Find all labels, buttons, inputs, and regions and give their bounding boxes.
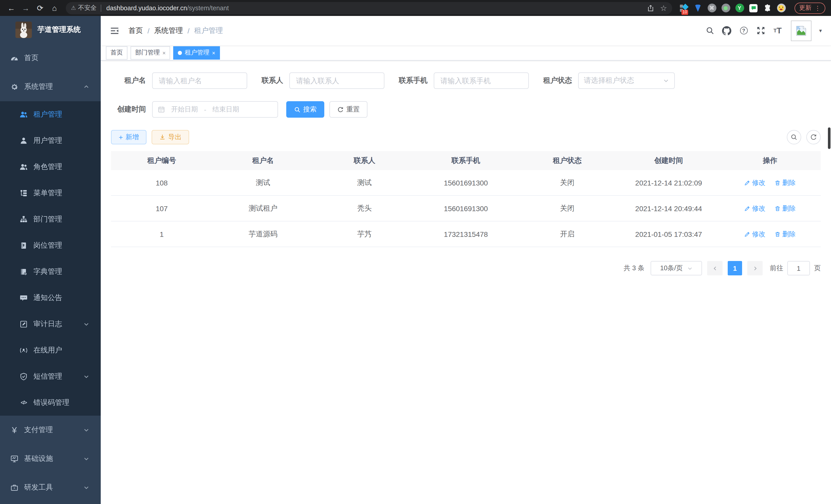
browser-reload-button[interactable]: ⟳ (34, 2, 46, 14)
address-bar[interactable]: ⚠ 不安全 dashboard.yudao.iocoder.cn /system… (66, 2, 672, 14)
edit-link[interactable]: 修改 (744, 229, 766, 239)
app-logo-row[interactable]: 芋道管理系统 (0, 16, 101, 44)
gear-icon (10, 83, 19, 91)
add-button[interactable]: + 新增 (111, 130, 146, 144)
delete-link[interactable]: 删除 (775, 229, 796, 239)
tenant-name-input[interactable] (152, 72, 247, 89)
cell-created: 2021-12-14 21:02:09 (618, 179, 719, 187)
sidebar-item-system[interactable]: 系统管理 (0, 72, 101, 101)
more-vertical-icon[interactable]: ⋮ (814, 4, 821, 11)
sidebar-item-menu[interactable]: 菜单管理 (0, 180, 101, 206)
record-icon[interactable] (721, 3, 730, 12)
sidebar-item-role[interactable]: 角色管理 (0, 154, 101, 180)
url-path: /system/tenant (187, 4, 229, 11)
mobile-input[interactable] (434, 72, 529, 89)
sidebar-item-label: 短信管理 (33, 372, 62, 381)
next-page-button[interactable] (747, 261, 763, 275)
font-size-icon[interactable]: TT (771, 24, 784, 37)
refresh-button[interactable] (806, 130, 821, 144)
status-select[interactable]: 请选择租户状态 (578, 72, 675, 89)
start-date-placeholder: 开始日期 (171, 105, 198, 114)
chevron-up-icon (83, 84, 89, 90)
online-user-icon (20, 346, 28, 354)
sidebar-item-label: 通知公告 (33, 293, 62, 302)
browser-back-button[interactable]: ← (5, 2, 18, 14)
puzzle-icon[interactable] (763, 3, 772, 12)
page-size-select[interactable]: 10条/页 (651, 261, 702, 275)
emoji-icon[interactable] (776, 3, 786, 12)
letter-y-icon[interactable]: Y (735, 3, 744, 12)
not-secure-label: 不安全 (78, 4, 96, 12)
sidebar-item-payment[interactable]: ¥ 支付管理 (0, 416, 101, 444)
delete-link[interactable]: 删除 (775, 204, 796, 213)
tab-home[interactable]: 首页 (106, 46, 127, 59)
breadcrumb-home[interactable]: 首页 (128, 26, 143, 35)
command-icon[interactable]: ⌘ (707, 3, 716, 12)
bookmark-star-icon[interactable]: ☆ (660, 3, 667, 12)
browser-forward-button[interactable]: → (20, 2, 32, 14)
plus-icon: + (119, 133, 123, 141)
rabbit-logo (16, 22, 32, 38)
help-icon[interactable]: ? (737, 24, 750, 37)
share-icon[interactable] (647, 4, 654, 11)
page-number-1[interactable]: 1 (728, 261, 742, 275)
reset-button[interactable]: 重置 (329, 101, 368, 118)
avatar[interactable] (791, 20, 811, 41)
edit-link[interactable]: 修改 (744, 178, 766, 187)
balloon-icon[interactable] (693, 3, 703, 12)
goto-label: 前往 (770, 264, 783, 273)
sidebar-item-label: 审计日志 (33, 319, 62, 329)
chevron-down-icon (83, 373, 89, 379)
sidebar-item-user[interactable]: 用户管理 (0, 127, 101, 154)
chat-icon[interactable] (749, 3, 758, 12)
tab-tenant[interactable]: 租户管理 × (173, 46, 220, 59)
tab-dept[interactable]: 部门管理 × (131, 46, 170, 59)
contact-input[interactable] (289, 72, 384, 89)
delete-link[interactable]: 删除 (775, 178, 796, 187)
breadcrumb: 首页 / 系统管理 / 租户管理 (128, 26, 223, 35)
chevron-down-icon (687, 265, 692, 271)
user-icon (20, 137, 28, 145)
dictionary-icon (20, 267, 28, 276)
search-button[interactable]: 搜索 (286, 101, 324, 118)
browser-update-button[interactable]: 更新 ⋮ (795, 2, 825, 13)
fullscreen-icon[interactable] (754, 24, 767, 37)
breadcrumb-system[interactable]: 系统管理 (154, 26, 183, 35)
sidebar-item-sms[interactable]: 短信管理 (0, 363, 101, 389)
table-row: 107 测试租户 秃头 15601691300 关闭 2021-12-14 20… (111, 196, 821, 221)
sidebar-collapse-icon[interactable] (110, 25, 120, 36)
close-icon[interactable]: × (212, 50, 215, 56)
sidebar-item-tenant[interactable]: 租户管理 (0, 101, 101, 127)
audit-log-icon (20, 320, 28, 328)
create-time-range-picker[interactable]: 开始日期 - 结束日期 (152, 101, 278, 118)
sidebar-item-dev-tools[interactable]: 研发工具 (0, 473, 101, 502)
sidebar-item-notice[interactable]: 通知公告 (0, 285, 101, 311)
tenant-table: 租户编号 租户名 联系人 联系手机 租户状态 创建时间 操作 108 测试 测试… (111, 151, 821, 247)
sidebar-item-error-code[interactable]: </> 错误码管理 (0, 389, 101, 416)
sidebar-item-dict[interactable]: 字典管理 (0, 259, 101, 285)
cell-contact: 测试 (314, 178, 415, 187)
search-icon[interactable] (703, 24, 716, 37)
browser-home-button[interactable]: ⌂ (48, 2, 61, 14)
url-divider (101, 4, 101, 11)
apps-diamond-icon[interactable]: 10 (679, 3, 689, 12)
goto-page-input[interactable] (787, 261, 810, 275)
edit-link[interactable]: 修改 (744, 204, 766, 213)
sidebar-item-post[interactable]: 岗位管理 (0, 232, 101, 259)
dropdown-caret-icon[interactable]: ▼ (818, 28, 823, 33)
scrollbar-thumb[interactable] (828, 127, 830, 149)
sidebar-item-online-user[interactable]: 在线用户 (0, 337, 101, 363)
sidebar-item-home[interactable]: 首页 (0, 44, 101, 72)
close-icon[interactable]: × (163, 50, 166, 56)
cell-mobile: 15601691300 (415, 179, 517, 187)
org-tree-icon (20, 215, 28, 223)
github-icon[interactable] (720, 24, 733, 37)
sidebar-item-dept[interactable]: 部门管理 (0, 206, 101, 232)
toggle-search-button[interactable] (787, 130, 801, 144)
prev-page-button[interactable] (707, 261, 722, 275)
sidebar-item-audit-log[interactable]: 审计日志 (0, 311, 101, 337)
export-button[interactable]: 导出 (152, 130, 189, 144)
mobile-label: 联系手机 (399, 76, 428, 85)
roles-icon (20, 162, 28, 171)
sidebar-item-infrastructure[interactable]: 基础设施 (0, 444, 101, 473)
